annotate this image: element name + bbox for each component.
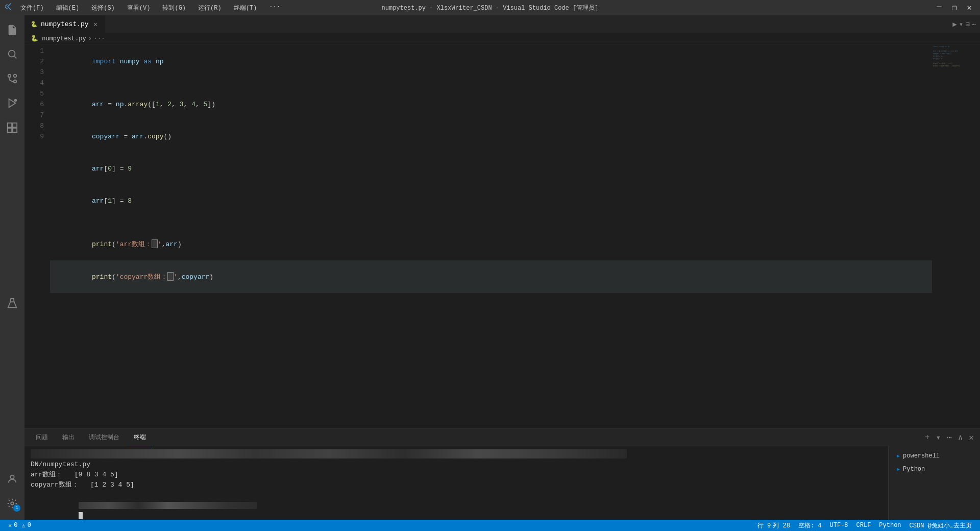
code-line-2[interactable] <box>50 78 932 88</box>
code-line-1[interactable]: import numpy as np <box>50 45 932 78</box>
sidebar-item-explorer[interactable] <box>0 17 24 42</box>
tab-close-button[interactable]: ✕ <box>92 19 99 29</box>
sidebar-item-account[interactable] <box>0 467 24 491</box>
status-csdn[interactable]: CSDN @兔姐小…去主页 <box>905 521 976 530</box>
minimap-content: import numpy as np arr = np.array([1,2,3… <box>932 44 973 68</box>
menu-more[interactable]: ··· <box>267 3 282 13</box>
warning-icon: ⚠ <box>21 522 25 529</box>
code-line-7[interactable] <box>50 217 932 228</box>
panel-dropdown-button[interactable]: ▾ <box>934 431 943 444</box>
status-spaces-label: 空格: 4 <box>798 521 822 530</box>
status-row-col[interactable]: 行 9 列 28 <box>753 521 794 530</box>
terminal-prompt-line <box>31 490 882 520</box>
menu-edit[interactable]: 编辑(E) <box>54 3 82 13</box>
svg-point-8 <box>14 99 17 102</box>
svg-rect-10 <box>13 123 17 127</box>
menu-file[interactable]: 文件(F) <box>18 3 46 13</box>
menu-goto[interactable]: 转到(G) <box>160 3 188 13</box>
editor-tab-numpytest[interactable]: 🐍 numpytest.py ✕ <box>24 15 106 33</box>
run-dropdown[interactable]: ▾ <box>959 20 963 29</box>
panel-tab-output[interactable]: 输出 <box>55 428 82 446</box>
panel-close-button[interactable]: ✕ <box>967 431 976 444</box>
menu-terminal[interactable]: 终端(T) <box>232 3 259 13</box>
svg-point-4 <box>14 75 17 78</box>
panel-add-button[interactable]: + <box>923 432 932 443</box>
menu-run[interactable]: 运行(R) <box>196 3 224 13</box>
shell-item-powershell[interactable]: ▶ powershell <box>893 450 976 462</box>
terminal-blurred-path <box>31 449 627 458</box>
shell-item-python[interactable]: ▶ Python <box>893 464 976 475</box>
editor-area: 🐍 numpytest.py ✕ ▶ ▾ ⊟ ⋯ 🐍 numpytest.py … <box>24 15 980 520</box>
breadcrumb-more[interactable]: ··· <box>94 35 105 42</box>
terminal-path-line: DN/numpytest.py <box>31 460 882 470</box>
shell-powershell-label: powershell <box>903 452 940 460</box>
settings-badge: 1 <box>13 504 20 512</box>
code-line-4[interactable]: copyarr = arr.copy() <box>50 120 932 153</box>
error-icon: ✕ <box>8 522 12 529</box>
status-spaces[interactable]: 空格: 4 <box>794 521 826 530</box>
svg-rect-11 <box>8 128 12 132</box>
shell-powershell-icon: ▶ <box>897 453 900 459</box>
svg-point-0 <box>9 51 15 57</box>
status-errors[interactable]: ✕ 0 ⚠ 0 <box>4 520 35 531</box>
svg-line-1 <box>14 56 16 58</box>
window-close-button[interactable]: ✕ <box>964 3 975 13</box>
status-language[interactable]: Python <box>875 522 905 529</box>
code-line-9[interactable]: print('copyarr数组： ',copyarr) <box>50 260 932 293</box>
code-line-3[interactable]: arr = np.array([1, 2, 3, 4, 5]) <box>50 88 932 120</box>
panel-tab-debug[interactable]: 调试控制台 <box>82 428 127 446</box>
status-col-label: 列 28 <box>773 521 790 530</box>
minimap: import numpy as np arr = np.array([1,2,3… <box>932 44 973 428</box>
error-count: 0 <box>14 522 17 529</box>
status-line-ending-label: CRLF <box>856 522 871 529</box>
warning-count: 0 <box>28 522 31 529</box>
run-button[interactable]: ▶ <box>952 20 957 29</box>
title-bar: 文件(F) 编辑(E) 选择(S) 查看(V) 转到(G) 运行(R) 终端(T… <box>0 0 980 15</box>
shell-python-icon: ▶ <box>897 466 900 472</box>
more-actions-button[interactable]: ⋯ <box>972 20 976 29</box>
svg-rect-12 <box>13 128 17 132</box>
tab-label: numpytest.py <box>41 20 89 28</box>
panel-tab-problems[interactable]: 问题 <box>29 428 55 446</box>
status-line-ending[interactable]: CRLF <box>852 522 875 529</box>
menu-view[interactable]: 查看(V) <box>125 3 153 13</box>
split-editor-button[interactable]: ⊟ <box>965 20 969 29</box>
status-encoding-label: UTF-8 <box>830 522 848 529</box>
code-editor[interactable]: 1 2 3 4 5 6 7 8 9 import numpy as np a <box>24 44 980 428</box>
breadcrumb: 🐍 numpytest.py › ··· <box>24 33 980 44</box>
panel-right: ▶ powershell ▶ Python <box>888 446 980 520</box>
shell-python-label: Python <box>903 466 925 473</box>
breadcrumb-file[interactable]: 🐍 numpytest.py <box>31 35 86 42</box>
sidebar-item-search[interactable] <box>0 42 24 66</box>
sidebar-item-settings[interactable]: 1 <box>0 491 24 516</box>
window-restore-button[interactable]: ❐ <box>949 3 960 13</box>
activity-bar: 1 <box>0 15 24 520</box>
code-line-8[interactable]: print('arr数组： ',arr) <box>50 228 932 260</box>
sidebar-item-test[interactable] <box>0 291 24 316</box>
terminal-area[interactable]: DN/numpytest.py arr数组： [9 8 3 4 5] copya… <box>24 446 888 520</box>
python-file-icon: 🐍 <box>31 21 38 28</box>
status-language-label: Python <box>879 522 901 529</box>
menu-select[interactable]: 选择(S) <box>89 3 117 13</box>
panel: 问题 输出 调试控制台 终端 + ▾ ⋯ ∧ ✕ DN/numpytest.py… <box>24 428 980 520</box>
status-right: 行 9 列 28 空格: 4 UTF-8 CRLF Python CSDN @兔… <box>753 521 976 530</box>
breadcrumb-separator: › <box>88 35 92 42</box>
sidebar-item-source-control[interactable] <box>0 66 24 91</box>
svg-point-2 <box>8 75 11 78</box>
code-lines[interactable]: import numpy as np arr = np.array([1, 2,… <box>50 44 932 428</box>
status-encoding[interactable]: UTF-8 <box>826 522 852 529</box>
svg-point-13 <box>10 475 14 479</box>
window-minimize-button[interactable]: ─ <box>934 3 945 13</box>
code-line-6[interactable]: arr[1] = 8 <box>50 185 932 217</box>
editor-scrollbar[interactable] <box>973 44 980 428</box>
sidebar-item-run[interactable] <box>0 91 24 115</box>
code-line-5[interactable]: arr[0] = 9 <box>50 153 932 185</box>
svg-rect-9 <box>8 123 12 127</box>
status-bar: ✕ 0 ⚠ 0 行 9 列 28 空格: 4 UTF-8 CRLF Python… <box>0 520 980 531</box>
panel-maximize-button[interactable]: ∧ <box>956 431 965 444</box>
sidebar-item-extensions[interactable] <box>0 115 24 140</box>
title-bar-controls[interactable]: ─ ❐ ✕ <box>934 3 975 13</box>
terminal-cursor <box>79 512 83 519</box>
panel-tab-terminal[interactable]: 终端 <box>127 428 153 446</box>
panel-more-button[interactable]: ⋯ <box>945 431 954 444</box>
